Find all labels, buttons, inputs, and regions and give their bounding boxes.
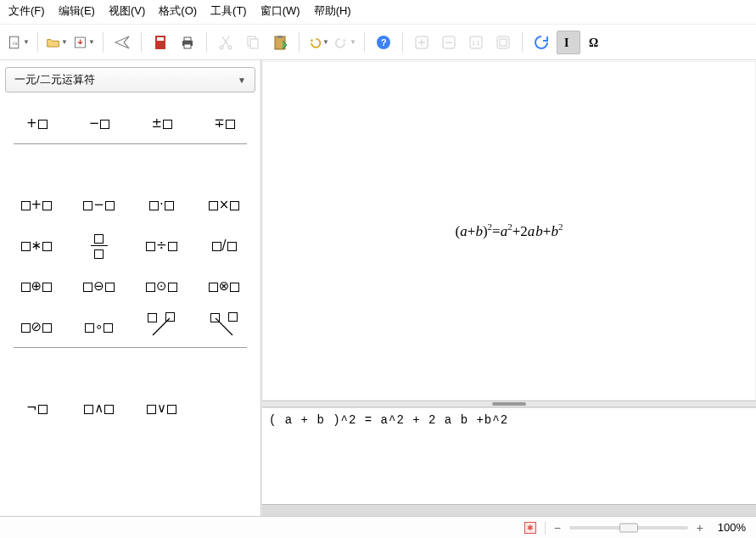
op-or[interactable]: ∨ [131,388,193,429]
help-button[interactable]: ? [372,31,395,54]
divider [5,347,255,348]
op-slash[interactable]: / [193,225,255,266]
svg-rect-20 [497,36,509,48]
separator [402,32,403,53]
statusbar: ✱ − + 100% [0,516,756,538]
refresh-button[interactable] [529,31,553,54]
svg-text:I: I [564,36,568,49]
separator [103,32,104,53]
menu-edit[interactable]: 编辑(E) [59,3,95,19]
svg-rect-6 [184,37,191,41]
svg-point-9 [228,46,232,49]
symbols-button[interactable]: Ω [584,31,608,54]
horizontal-scrollbar[interactable] [262,504,756,516]
op-times[interactable]: × [193,184,255,225]
op-add[interactable]: + [5,184,68,225]
zoom-out-button[interactable] [437,31,461,54]
divider [5,143,255,144]
op-empty [193,388,255,429]
menu-file[interactable]: 文件(F) [8,3,45,19]
op-oslash[interactable]: ⊘ [5,306,68,347]
export-pdf-button[interactable] [148,31,172,54]
op-wideslash[interactable] [131,306,193,347]
op-otimes[interactable]: ⊗ [193,266,255,306]
svg-rect-7 [184,44,191,48]
op-odot[interactable]: ⊙ [131,266,193,306]
combo-value: 一元/二元运算符 [14,72,95,87]
op-ast[interactable]: ∗ [5,225,68,266]
zoom-label[interactable]: 100% [712,521,746,534]
op-circ[interactable]: ∘ [68,306,131,347]
operator-grid: + − ± ∓ + − · × ∗ ÷ / ⊕ ⊖ ⊙ ⊗ ⊘ ∘ [5,99,255,511]
print-button[interactable] [176,31,199,54]
svg-text:Ω: Ω [589,36,598,49]
menu-window[interactable]: 窗口(W) [260,3,300,19]
op-sub[interactable]: − [68,184,131,225]
separator [299,32,300,53]
zoom-out-btn[interactable]: − [554,521,561,535]
save-button[interactable]: ▼ [72,31,96,54]
op-minus[interactable]: − [68,103,131,143]
svg-rect-4 [157,37,164,41]
send-button[interactable] [110,31,134,54]
menu-help[interactable]: 帮助(H) [314,3,351,19]
zoom-in-btn[interactable]: + [697,521,703,535]
svg-text:1:1: 1:1 [472,40,480,46]
copy-button[interactable] [241,31,265,54]
menubar: 文件(F) 编辑(E) 视图(V) 格式(O) 工具(T) 窗口(W) 帮助(H… [0,0,756,25]
op-div[interactable]: ÷ [131,225,193,266]
zoom-slider[interactable] [569,526,688,530]
elements-panel: 一元/二元运算符 ▼ + − ± ∓ + − · × ∗ ÷ / ⊕ ⊖ ⊙ ⊗ [0,60,261,516]
op-oplus[interactable]: ⊕ [5,266,68,306]
menu-tools[interactable]: 工具(T) [210,3,247,19]
formula-preview[interactable]: (a+b)2=a2+2a b+b2 [262,61,756,401]
zoom-in-button[interactable] [410,31,434,54]
op-minusplus[interactable]: ∓ [193,103,255,143]
separator [37,32,38,53]
main-toolbar: √x▼ ▼ ▼ ▼ ▼ ? 1:1 [0,25,756,60]
menu-format[interactable]: 格式(O) [159,3,197,19]
formula-cursor-button[interactable]: I [557,31,580,54]
svg-rect-13 [277,36,283,38]
op-ominus[interactable]: ⊖ [68,266,131,306]
op-and[interactable]: ∧ [68,388,131,429]
redo-button[interactable]: ▼ [333,31,357,54]
op-cdot[interactable]: · [131,184,193,225]
op-neg[interactable]: ¬ [5,388,68,429]
new-button[interactable]: √x▼ [7,31,31,54]
svg-rect-11 [250,39,258,48]
paste-button[interactable] [268,31,292,54]
op-frac[interactable] [68,225,131,266]
cut-button[interactable] [214,31,238,54]
formula-editor [262,407,756,516]
svg-rect-21 [500,39,507,46]
splitter-handle[interactable] [262,401,756,407]
open-button[interactable]: ▼ [45,31,69,54]
zoom-100-button[interactable]: 1:1 [464,31,488,54]
svg-text:?: ? [381,37,387,48]
svg-text:√x: √x [12,40,17,45]
rendered-formula: (a+b)2=a2+2a b+b2 [456,221,563,240]
elements-category-combo[interactable]: 一元/二元运算符 ▼ [5,67,255,92]
save-indicator-icon[interactable]: ✱ [524,522,536,534]
separator [206,32,207,53]
chevron-down-icon: ▼ [238,76,246,85]
svg-point-8 [220,46,223,49]
separator [141,32,142,53]
op-plusminus[interactable]: ± [131,103,193,143]
formula-source-input[interactable] [262,408,756,504]
separator [522,32,523,53]
undo-button[interactable]: ▼ [306,31,330,54]
separator [545,521,546,535]
separator [364,32,365,53]
op-plus[interactable]: + [5,103,68,143]
op-widebslash[interactable] [193,306,255,347]
menu-view[interactable]: 视图(V) [109,3,145,19]
right-area: (a+b)2=a2+2a b+b2 [261,60,756,516]
zoom-page-button[interactable] [491,31,515,54]
